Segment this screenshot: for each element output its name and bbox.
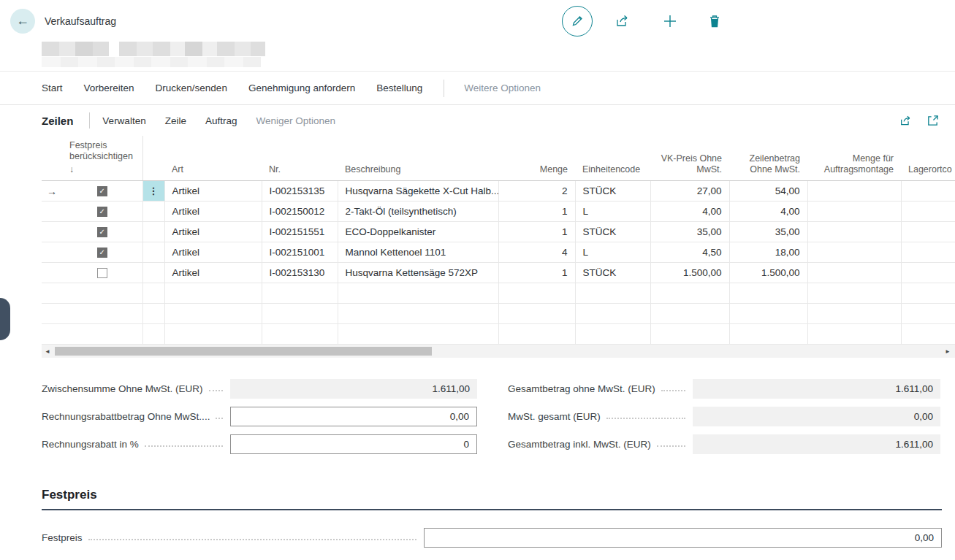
cell-art[interactable]: Artikel (164, 242, 262, 263)
cell-vk-preis[interactable]: 1.500,00 (650, 263, 729, 283)
cell-beschreibung[interactable]: Mannol Kettenoel 1101 (338, 242, 498, 263)
menu-zeile[interactable]: Zeile (165, 115, 186, 126)
share-lines-button[interactable] (899, 115, 913, 127)
invoice-discount-amount-input[interactable] (230, 407, 477, 426)
cell-zeilenbetrag[interactable]: 4,00 (729, 202, 807, 222)
invoice-discount-percent-input[interactable] (230, 434, 477, 454)
cell-lagerortcode[interactable] (901, 242, 955, 263)
sort-descending-icon: ↓ (69, 164, 135, 175)
cell-vk-preis[interactable]: 27,00 (650, 181, 729, 202)
empty-row[interactable] (42, 304, 955, 324)
tab-drucken-senden[interactable]: Drucken/senden (156, 83, 227, 93)
cell-menge-montage[interactable] (807, 242, 901, 263)
cell-art[interactable]: Artikel (164, 202, 262, 222)
share-button[interactable] (615, 14, 631, 28)
totals-left-column: Zwischensumme Ohne MwSt. (EUR) 1.611,00 … (42, 378, 477, 454)
cell-zeilenbetrag[interactable]: 35,00 (729, 222, 807, 242)
cell-vk-preis[interactable]: 4,50 (650, 242, 729, 263)
cell-menge-montage[interactable] (807, 181, 901, 202)
empty-row[interactable] (42, 324, 955, 345)
col-zeilenbetrag[interactable]: Zeilenbetrag Ohne MwSt. (729, 136, 807, 181)
back-button[interactable]: ← (10, 9, 35, 34)
cell-zeilenbetrag[interactable]: 54,00 (729, 181, 807, 202)
table-row[interactable]: ✓ Artikel I-002153130 Husqvarna Kettensä… (42, 263, 955, 283)
festpreis-heading: Festpreis (42, 488, 942, 510)
col-nr[interactable]: Nr. (262, 136, 338, 181)
tab-bestellung[interactable]: Bestellung (376, 83, 422, 93)
cell-zeilenbetrag[interactable]: 18,00 (729, 242, 807, 263)
dotted-leader (88, 539, 416, 540)
edit-button[interactable] (562, 6, 593, 37)
cell-nr[interactable]: I-002151551 (262, 222, 338, 242)
cell-beschreibung[interactable]: Husqvarna Sägekette X-Cut Halb... (338, 181, 498, 202)
cell-menge-montage[interactable] (807, 202, 901, 222)
cell-nr[interactable]: I-002153130 (262, 263, 338, 283)
empty-row[interactable] (42, 283, 955, 304)
menu-auftrag[interactable]: Auftrag (205, 115, 237, 126)
cell-lagerortcode[interactable] (901, 263, 955, 283)
cell-nr[interactable]: I-002151001 (262, 242, 338, 263)
verkaufsauftrag-page: ← Verkaufsauftrag (0, 0, 955, 560)
cell-menge-montage[interactable] (807, 222, 901, 242)
col-vk-preis[interactable]: VK-Preis Ohne MwSt. (650, 136, 729, 181)
col-menge[interactable]: Menge (498, 136, 575, 181)
cell-art[interactable]: Artikel (164, 263, 262, 283)
cell-menge[interactable]: 4 (498, 242, 575, 263)
weitere-optionen-button[interactable]: Weitere Optionen (464, 83, 541, 93)
scroll-right-icon[interactable]: ► (942, 348, 954, 355)
festpreis-checkbox[interactable]: ✓ (97, 186, 107, 196)
cell-menge[interactable]: 1 (498, 202, 575, 222)
cell-einheitencode[interactable]: STÜCK (575, 263, 650, 283)
cell-menge[interactable]: 2 (498, 181, 575, 202)
table-row[interactable]: ✓ Artikel I-002151551 ECO-Doppelkanister… (42, 222, 955, 242)
tab-start[interactable]: Start (42, 83, 63, 93)
table-row[interactable]: → ✓ ⋮ Artikel I-002153135 Husqvarna Säge… (42, 181, 955, 202)
cell-art[interactable]: Artikel (164, 222, 262, 242)
cell-einheitencode[interactable]: L (575, 242, 650, 263)
weniger-optionen-button[interactable]: Weniger Optionen (256, 115, 335, 126)
cell-art[interactable]: Artikel (164, 181, 262, 202)
scroll-left-icon[interactable]: ◄ (42, 348, 53, 355)
scrollbar-thumb[interactable] (55, 347, 432, 356)
cell-vk-preis[interactable]: 35,00 (650, 222, 729, 242)
open-in-new-window-button[interactable] (927, 115, 939, 127)
cell-menge[interactable]: 1 (498, 263, 575, 283)
cell-zeilenbetrag[interactable]: 1.500,00 (729, 263, 807, 283)
festpreis-checkbox[interactable]: ✓ (97, 268, 107, 278)
festpreis-checkbox[interactable]: ✓ (97, 248, 107, 258)
cell-menge-montage[interactable] (807, 263, 901, 283)
table-row[interactable]: ✓ Artikel I-002151001 Mannol Kettenoel 1… (42, 242, 955, 263)
col-art[interactable]: Art (164, 136, 262, 181)
menu-verwalten[interactable]: Verwalten (102, 115, 145, 126)
cell-lagerortcode[interactable] (901, 222, 955, 242)
festpreis-checkbox[interactable]: ✓ (97, 227, 107, 237)
cell-beschreibung[interactable]: ECO-Doppelkanister (338, 222, 498, 242)
festpreis-checkbox[interactable]: ✓ (97, 207, 107, 217)
cell-lagerortcode[interactable] (901, 181, 955, 202)
col-festpreis-beruecksichtigen[interactable]: Festpreis berücksichtigen ↓ (62, 136, 142, 181)
col-einheitencode[interactable]: Einheitencode (575, 136, 650, 181)
cell-einheitencode[interactable]: STÜCK (575, 181, 650, 202)
delete-button[interactable] (708, 14, 721, 28)
cell-nr[interactable]: I-002153135 (262, 181, 338, 202)
table-row[interactable]: ✓ Artikel I-002150012 2-Takt-Öl (teilsyn… (42, 202, 955, 222)
cell-vk-preis[interactable]: 4,00 (650, 202, 729, 222)
tab-genehmigung-anfordern[interactable]: Genehmigung anfordern (248, 83, 355, 93)
col-beschreibung[interactable]: Beschreibung (338, 136, 498, 181)
lines-title: Zeilen (42, 115, 73, 127)
cell-einheitencode[interactable]: STÜCK (575, 222, 650, 242)
col-menge-auftragsmontage[interactable]: Menge für Auftragsmontage (807, 136, 901, 181)
row-actions-button[interactable]: ⋮ (142, 181, 164, 202)
tab-vorbereiten[interactable]: Vorbereiten (84, 83, 134, 93)
cell-beschreibung[interactable]: Husqvarna Kettensäge 572XP (338, 263, 498, 283)
cell-menge[interactable]: 1 (498, 222, 575, 242)
cell-beschreibung[interactable]: 2-Takt-Öl (teilsynthetisch) (338, 202, 498, 222)
side-panel-handle[interactable] (0, 298, 10, 340)
cell-einheitencode[interactable]: L (575, 202, 650, 222)
cell-lagerortcode[interactable] (901, 202, 955, 222)
cell-nr[interactable]: I-002150012 (262, 202, 338, 222)
horizontal-scrollbar[interactable]: ◄ ► (42, 345, 955, 358)
festpreis-input[interactable] (424, 528, 942, 548)
new-button[interactable] (663, 14, 677, 28)
col-lagerortcode[interactable]: Lagerortco (901, 136, 955, 181)
